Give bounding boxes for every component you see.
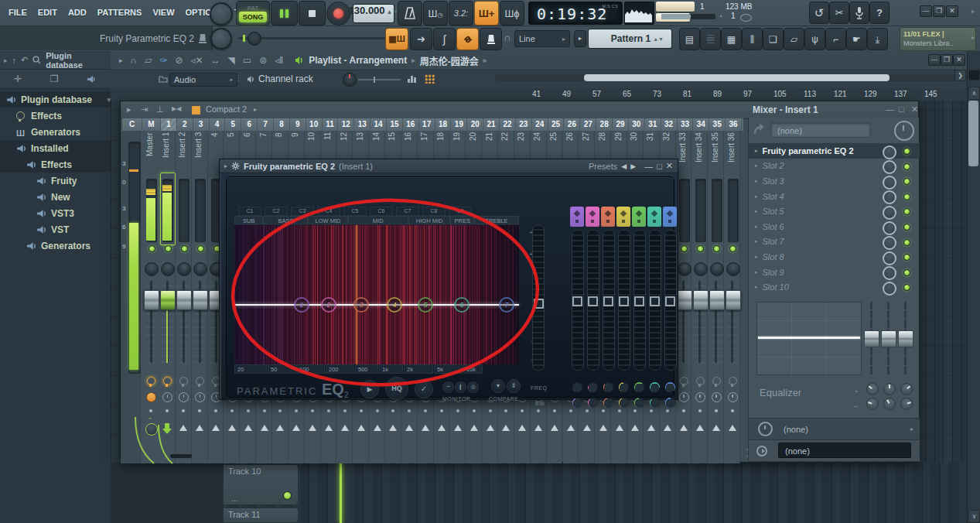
band-code-C2[interactable]: C2 [265, 207, 288, 216]
slot-mix-knob[interactable] [883, 176, 896, 190]
band-name-pres[interactable]: PRES [450, 216, 474, 224]
band-point-1[interactable]: 1 [294, 297, 309, 313]
touch-button[interactable]: ☛ [846, 28, 867, 50]
wait-for-input-button[interactable]: Ш◷ [423, 1, 448, 26]
band-enable-led[interactable] [575, 220, 579, 223]
fx-slot-10[interactable]: ▸Slot 10 [749, 279, 920, 295]
monitor-in-button[interactable]: ❙ [455, 381, 466, 393]
track-row-11[interactable]: Track 11 [223, 508, 299, 523]
slot-arrow-icon[interactable]: ▸ [755, 193, 758, 200]
route-up-arrow[interactable] [261, 425, 268, 431]
band-3-freq-knob[interactable] [603, 382, 613, 392]
slot-enable-led[interactable] [903, 178, 910, 185]
pattern-add-button[interactable]: + [664, 32, 670, 44]
preset-next-icon[interactable]: ▶ [630, 162, 636, 170]
eq-gain-knob-3[interactable] [900, 383, 913, 395]
channel-led[interactable] [729, 245, 736, 252]
route-up-arrow[interactable] [405, 425, 413, 431]
monitor-off-button[interactable]: − [442, 381, 454, 393]
band-enable-led[interactable] [637, 220, 640, 223]
volume-fader[interactable] [726, 290, 741, 310]
slot-arrow-icon[interactable]: ▸ [755, 284, 758, 290]
playlist-hscroll-thumb[interactable] [584, 74, 890, 81]
fx-bulb-icon[interactable] [196, 377, 204, 385]
restore-button[interactable]: ❐ [933, 5, 945, 17]
playlist-song-name[interactable]: 周杰伦-园游会 [420, 54, 479, 67]
rack-volume-knob[interactable] [343, 73, 357, 87]
slot-enable-led[interactable] [903, 269, 910, 276]
route-up-arrow[interactable] [567, 425, 575, 431]
band-code-C9[interactable]: C9 [449, 207, 472, 216]
mixer-header-2[interactable]: 2 [177, 118, 193, 131]
swing-button[interactable]: ʃ [433, 28, 456, 50]
eq-preview-graph[interactable] [756, 302, 862, 375]
fx-slot-7[interactable]: ▸Slot 7 [749, 234, 920, 250]
rec-clock-icon[interactable] [695, 392, 705, 402]
fx-slot-2[interactable]: ▸Slot 2 [749, 159, 920, 174]
mixer-header-29[interactable]: 29 [613, 118, 629, 131]
view-mode-next-icon[interactable]: ▸ [254, 106, 257, 113]
route-up-arrow[interactable] [389, 425, 397, 431]
mixer-dock-icon[interactable]: ⊥ [156, 104, 164, 115]
analyze-play-button[interactable]: ▶ [360, 380, 379, 398]
hq-button[interactable]: HQ [385, 377, 408, 400]
band-type-selector-3[interactable] [601, 207, 615, 227]
eq-band1-slider[interactable] [864, 330, 879, 347]
scroll-down-icon[interactable]: ∨ [968, 510, 980, 523]
playhead-line[interactable] [340, 461, 342, 523]
mixer-header-7[interactable]: 7 [258, 118, 274, 131]
mixer-header-17[interactable]: 17 [419, 118, 435, 131]
slot-label[interactable]: Slot 8 [763, 252, 784, 262]
route-up-arrow[interactable] [454, 425, 462, 431]
vscroll-thumb[interactable] [968, 101, 978, 166]
mixer-header-current[interactable]: C [122, 118, 142, 131]
gear-icon[interactable] [231, 162, 240, 170]
mixer-header-32[interactable]: 32 [661, 118, 678, 131]
band-type-selector-4[interactable] [616, 207, 630, 227]
band-name-high-mid[interactable]: HIGH MID [408, 216, 451, 224]
mixer-header-33[interactable]: 33 [678, 118, 694, 131]
slot-mix-knob[interactable] [883, 206, 896, 220]
mute-tool-icon[interactable]: ◃✕ [189, 55, 206, 66]
loop-record-button[interactable]: Ш+ [474, 1, 499, 26]
band-name-treble[interactable]: TREBLE [474, 216, 519, 224]
mixer-strip-34[interactable]: Insert 34 [691, 131, 708, 463]
route-up-arrow[interactable] [647, 425, 655, 431]
slot-arrow-icon[interactable]: ▸ [755, 208, 758, 214]
input-record-clock-icon[interactable] [894, 121, 914, 141]
plugin-maximize-icon[interactable]: □ [657, 162, 662, 171]
rec-clock-icon[interactable] [162, 392, 172, 402]
eq-freq-knob-3[interactable] [900, 398, 913, 410]
playlist-scroll-right-icon[interactable]: ❯ [954, 70, 966, 81]
mixer-header-4[interactable]: 4 [210, 118, 226, 131]
performance-button[interactable]: ⌐ [825, 28, 846, 50]
mixer-menu-icon[interactable]: ▸ [127, 104, 131, 115]
band-code-C4[interactable]: C4 [317, 207, 340, 216]
mixer-view-mode[interactable]: Compact 2 [206, 104, 247, 114]
plugin-minimize-icon[interactable]: — [644, 162, 653, 171]
band-4-freq-knob[interactable] [619, 382, 629, 392]
channel-led[interactable] [697, 245, 704, 252]
sidebar-item-installed[interactable]: Installed▾ [0, 140, 127, 156]
route-up-arrow[interactable] [422, 425, 429, 431]
band-code-C6[interactable]: C6 [370, 207, 393, 216]
pan-knob[interactable] [145, 262, 159, 276]
route-up-arrow[interactable] [696, 425, 704, 431]
notification-box[interactable]: 11/01 FLEX | Monsters Libra.. [900, 27, 976, 51]
volume-fader[interactable] [709, 290, 725, 310]
fx-bulb-icon[interactable] [147, 377, 155, 385]
pan-knob[interactable] [177, 262, 191, 276]
eq-freq-knob-1[interactable] [866, 398, 879, 410]
rec-clock-icon[interactable] [728, 392, 738, 402]
slot-arrow-icon[interactable]: ▸ [755, 224, 758, 230]
playlist-corner-button[interactable] [968, 70, 980, 80]
volume-fader[interactable] [693, 290, 709, 310]
fx-slot-9[interactable]: ▸Slot 9 [749, 265, 920, 280]
channel-led[interactable] [713, 245, 720, 252]
band-type-selector-6[interactable] [647, 207, 661, 227]
mixer-strip-36[interactable]: Insert 36 [724, 131, 740, 463]
band-type-selector-5[interactable] [632, 207, 646, 227]
mixer-header-31[interactable]: 31 [645, 118, 661, 131]
mixer-hscroll-thumb[interactable] [170, 454, 192, 458]
slot-enable-led[interactable] [903, 254, 910, 261]
